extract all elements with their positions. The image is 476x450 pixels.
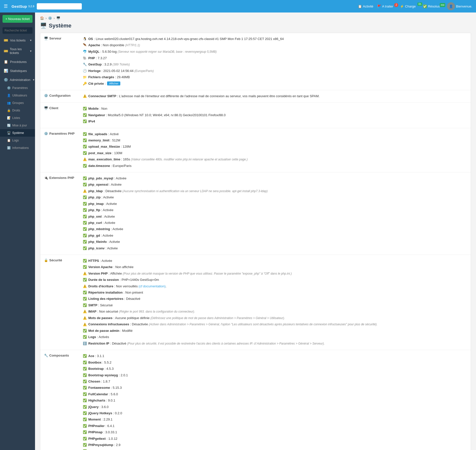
smtp-ok-icon: ✅ — [83, 302, 87, 308]
row-pdo-mysql: ✅php_pdo_mysql : Activée — [83, 175, 467, 181]
charge-label: Charge — [405, 4, 416, 8]
chosen-icon: ✅ — [83, 379, 87, 384]
app-version: 3.2.9 — [28, 5, 34, 8]
activity-nav-item[interactable]: 📋 Activité — [358, 4, 373, 8]
sidebar-item-tous-tickets[interactable]: 🎫 Tous les tickets ▼ — [0, 45, 35, 57]
sidebar-label-vos-tickets: Vos tickets — [10, 38, 26, 42]
row-connexions: ⚠️Connexions infructueuses : Désactivée … — [83, 321, 467, 327]
ftp-icon: ✅ — [83, 207, 87, 213]
new-ticket-button[interactable]: + Nouveau ticket — [3, 15, 33, 23]
folder-icon: 📁 — [83, 74, 87, 80]
row-mobile: ✅ Mobile : Non — [83, 106, 467, 111]
breadcrumb-home[interactable]: 🏠 — [40, 16, 44, 20]
main-content: 🏠 › ⚙️ › 🖥️ 🖥️ Système 🖥️ Serveur 🐧 OS : — [35, 12, 476, 450]
section-configuration: ⚙️ Configuration ⚠️ Connecteur SMTP : L'… — [40, 90, 471, 103]
welcome-label: Bienvenue. — [456, 4, 472, 8]
listing-ok-icon: ✅ — [83, 296, 87, 302]
section-label-composants: 🔧 Composants — [44, 353, 79, 450]
timezone-ok-icon: ✅ — [83, 163, 87, 169]
hamburger-icon[interactable]: ☰ — [4, 3, 8, 9]
section-securite: 🔒 Sécurité ✅HTTPS : Activée ✅Version Apa… — [40, 255, 471, 350]
imap-warn-icon: ⚠️ — [83, 309, 87, 314]
global-search-input[interactable] — [37, 3, 82, 9]
server-label-icon: 🖥️ — [44, 36, 48, 40]
sidebar-item-droits[interactable]: 🔒 Droits — [0, 107, 35, 114]
sidebar-item-groupes[interactable]: 👥 Groupes — [0, 99, 35, 107]
traiter-label: A traiter — [382, 4, 393, 8]
client-label-icon: 🖥️ — [44, 106, 48, 110]
sidebar-item-listes[interactable]: 📝 Listes — [0, 114, 35, 122]
sidebar-label-listes: Listes — [12, 116, 20, 120]
sidebar-item-administration[interactable]: ⚙️ Administration ▼ — [0, 75, 35, 84]
navbar-right: 📋 Activité 🚩 A traiter 2 ⚡ Charge 0h ✅ R… — [358, 2, 472, 10]
sidebar-item-parametres[interactable]: ⚙️ Paramètres — [0, 84, 35, 92]
row-os: 🐧 OS : Linux webm020.cluster017.gra.host… — [83, 36, 467, 42]
smtp-warn-icon: ⚠️ — [83, 93, 87, 99]
resolus-nav-item[interactable]: ✅ Résolus 358 — [423, 4, 443, 8]
sidebar-label-logs: Logs — [12, 139, 19, 142]
session-ok-icon: ✅ — [83, 277, 87, 283]
user-menu[interactable]: 👤 Bienvenue. — [447, 2, 472, 10]
row-fullcalendar: ✅FullCalendar : 5.6.0 — [83, 391, 467, 397]
row-phpmysqldump: ✅PHPmysqldump : 2.9 — [83, 442, 467, 448]
phpimap-icon: ✅ — [83, 429, 87, 435]
breadcrumb-sep2: › — [54, 16, 55, 20]
sidebar-item-logs[interactable]: 📋 Logs — [0, 137, 35, 144]
row-ftp: ✅php_ftp : Activée — [83, 207, 467, 213]
sidebar-item-procedures[interactable]: 📋 Procédures — [0, 57, 35, 66]
row-php: 🐘 PHP : 7.3.27 — [83, 55, 467, 61]
system-info-card: 🖥️ Serveur 🐧 OS : Linux webm020.cluster0… — [40, 33, 471, 450]
section-content-extensions-php: ✅php_pdo_mysql : Activée ✅php_openssl : … — [83, 175, 467, 252]
row-logs-actives: ✅Logs : Activés — [83, 334, 467, 340]
row-gestsup: 🔧 GestSup : 3.2.9 (389 Tickets) — [83, 61, 467, 67]
fontawesome-icon: ✅ — [83, 385, 87, 391]
row-highcharts: ✅Highcharts : 9.0.1 — [83, 398, 467, 403]
check-icon: ✅ — [423, 4, 427, 8]
sidebar-item-mise-a-jour[interactable]: 🔄 Mise à jour — [0, 122, 35, 129]
memory-limit-icon: ✅ — [83, 137, 87, 143]
parametres-icon: ⚙️ — [7, 86, 11, 90]
page-title-icon: 🖥️ — [40, 22, 47, 29]
openssl-icon: ✅ — [83, 182, 87, 187]
breadcrumb-current: 🖥️ — [56, 16, 60, 20]
sidebar-item-utilisateurs[interactable]: 👤 Utilisateurs — [0, 92, 35, 99]
mdp-admin-ok-icon: ✅ — [83, 328, 87, 334]
row-moment: ✅Moment : 2.29.1 — [83, 417, 467, 422]
row-fichiers: 📁 Fichiers chargés : 29.48MB — [83, 74, 467, 80]
chevron2-icon: ▼ — [30, 50, 32, 52]
curl-icon: ✅ — [83, 220, 87, 226]
resolus-label: Résolus — [428, 4, 440, 8]
highcharts-icon: ✅ — [83, 398, 87, 403]
bs-wysiwyg-icon: ✅ — [83, 372, 87, 378]
row-bootstrap-wysiwyg: ✅Bootstrap wysiwyg : 2.0.1 — [83, 372, 467, 378]
section-extensions-php: 🔌 Extensions PHP ✅php_pdo_mysql : Activé… — [40, 172, 471, 255]
sidebar-search-input[interactable] — [3, 27, 33, 34]
app-brand: GestSup 3.2.9 — [12, 4, 34, 8]
show-key-button[interactable]: Afficher — [107, 81, 120, 85]
sidebar-item-statistiques[interactable]: 📊 Statistiques — [0, 66, 35, 75]
breadcrumb-admin[interactable]: ⚙️ — [48, 16, 52, 20]
charge-nav-item[interactable]: ⚡ Charge 0h — [400, 4, 419, 8]
row-iconv: ✅php_iconv : Activée — [83, 245, 467, 251]
ace-icon: ✅ — [83, 353, 87, 359]
row-max-exec-time: ⚠️ max_execution_time : 165s (Valeur con… — [83, 156, 467, 162]
section-label-extensions-php: 🔌 Extensions PHP — [44, 175, 79, 252]
row-navigateur: ✅ Navigateur : Mozilla/5.0 (Windows NT 1… — [83, 112, 467, 118]
row-phpmailer: ✅PHPmailer : 6.4.1 — [83, 423, 467, 429]
row-post-max-size: ✅ post_max_size : 130M — [83, 150, 467, 156]
traiter-nav-item[interactable]: 🚩 A traiter 2 — [377, 4, 396, 8]
update-icon: 🔄 — [7, 124, 11, 127]
section-content-securite: ✅HTTPS : Activée ✅Version Apache : Non a… — [83, 258, 467, 347]
sidebar-item-systeme[interactable]: 🖥️ Système — [0, 129, 35, 137]
section-client: 🖥️ Client ✅ Mobile : Non ✅ Navigateur : … — [40, 103, 471, 128]
row-chosen: ✅Chosen : 1.8.7 — [83, 379, 467, 384]
sidebar-item-vos-tickets[interactable]: 🎫 Vos tickets ▼ — [0, 36, 35, 45]
file-uploads-icon: ✅ — [83, 131, 87, 137]
sidebar-item-informations[interactable]: ℹ️ Informations — [0, 144, 35, 152]
sidebar-label-parametres: Paramètres — [12, 86, 28, 90]
section-label-client: 🖥️ Client — [44, 106, 79, 125]
section-label-serveur: 🖥️ Serveur — [44, 36, 79, 87]
phpmysqldump-icon: ✅ — [83, 442, 87, 448]
row-zip: ✅php_zip : Activée — [83, 194, 467, 200]
lock-label-icon: 🔒 — [44, 258, 48, 262]
